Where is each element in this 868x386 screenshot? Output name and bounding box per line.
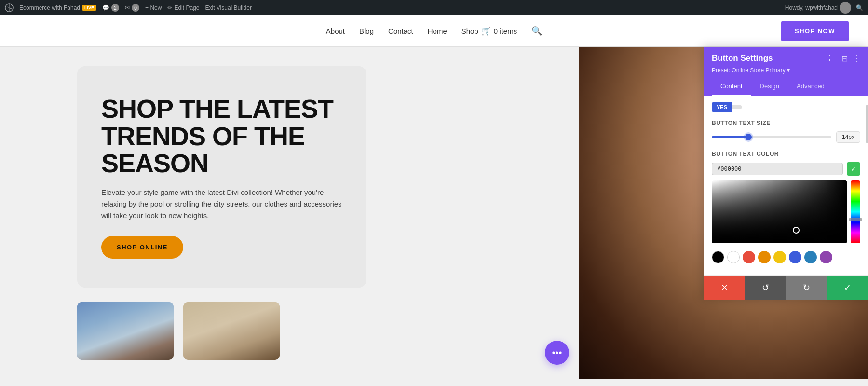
- button-text-color-label: Button Text Color: [712, 151, 860, 157]
- howdy-user[interactable]: Howdy, wpwithfahad: [785, 2, 851, 14]
- hero-subtitle: Elevate your style game with the latest …: [101, 187, 342, 221]
- wordpress-logo[interactable]: [5, 3, 14, 12]
- floating-action-button[interactable]: •••: [545, 341, 569, 365]
- hue-thumb[interactable]: [849, 218, 862, 221]
- toggle-no[interactable]: [732, 105, 742, 109]
- toggle-yes[interactable]: YES: [712, 102, 732, 112]
- live-badge: Live: [82, 5, 96, 11]
- tab-advanced[interactable]: Advanced: [788, 78, 833, 96]
- toggle-row: YES: [712, 102, 860, 112]
- panel-confirm-button[interactable]: ✓: [827, 276, 868, 300]
- panel-header: Button Settings ⛶ ⊟ ⋮ Preset: Online Sto…: [704, 47, 868, 96]
- edit-page-button[interactable]: ✏ Edit Page: [167, 4, 199, 11]
- swatch-red[interactable]: [743, 251, 755, 263]
- hero-card: SHOP THE LATEST TRENDS OF THE SEASON Ele…: [77, 66, 366, 288]
- nav-link-home[interactable]: Home: [428, 27, 447, 35]
- swatch-purple[interactable]: [820, 251, 832, 263]
- nav-search-icon[interactable]: 🔍: [531, 26, 542, 36]
- swatch-orange[interactable]: [758, 251, 771, 263]
- panel-tabs: Content Design Advanced: [712, 78, 860, 96]
- panel-more-icon[interactable]: ⋮: [853, 54, 860, 63]
- left-content: SHOP THE LATEST TRENDS OF THE SEASON Ele…: [0, 47, 579, 379]
- color-confirm-button[interactable]: ✓: [847, 162, 860, 176]
- color-swatches: [712, 251, 860, 263]
- search-button[interactable]: 🔍: [856, 4, 863, 11]
- nav-cart[interactable]: Shop 🛒 0 items: [461, 27, 517, 36]
- bottom-thumbnails: [77, 302, 366, 360]
- slider-row: 14px: [712, 131, 860, 143]
- fab-icon: •••: [552, 347, 562, 358]
- color-hex-row: ✓: [712, 162, 860, 176]
- gradient-canvas[interactable]: [712, 180, 847, 243]
- swatch-blue[interactable]: [789, 251, 801, 263]
- swatch-black[interactable]: [712, 251, 724, 263]
- nav-link-about[interactable]: About: [326, 27, 345, 35]
- swatch-light-blue[interactable]: [804, 251, 817, 263]
- shop-now-button[interactable]: SHOP NOW: [781, 21, 849, 41]
- panel-fullscreen-icon[interactable]: ⛶: [829, 54, 837, 63]
- slider-track[interactable]: [712, 136, 831, 138]
- slider-value[interactable]: 14px: [836, 131, 860, 143]
- panel-title-row: Button Settings ⛶ ⊟ ⋮: [712, 54, 860, 63]
- panel-preset[interactable]: Preset: Online Store Primary ▾: [712, 67, 860, 74]
- nav-link-contact[interactable]: Contact: [388, 27, 413, 35]
- tab-content[interactable]: Content: [712, 78, 751, 96]
- cart-icon: 🛒: [481, 27, 491, 36]
- slider-fill: [712, 136, 747, 138]
- gradient-picker-dot[interactable]: [793, 227, 800, 234]
- main-content: SHOP THE LATEST TRENDS OF THE SEASON Ele…: [0, 47, 868, 379]
- panel-cancel-button[interactable]: ✕: [704, 276, 745, 300]
- thumbnail-hat: [77, 302, 174, 360]
- panel-body: YES Button Text Size 14px Button Text Co…: [704, 96, 868, 275]
- tab-design[interactable]: Design: [751, 78, 788, 96]
- hue-slider[interactable]: [851, 180, 860, 243]
- button-text-size-label: Button Text Size: [712, 120, 860, 126]
- swatch-yellow[interactable]: [773, 251, 786, 263]
- hero-title: SHOP THE LATEST TRENDS OF THE SEASON: [101, 95, 342, 177]
- cart-count[interactable]: 0 items: [494, 27, 517, 35]
- settings-panel: Button Settings ⛶ ⊟ ⋮ Preset: Online Sto…: [704, 47, 868, 300]
- nav-bar: About Blog Contact Home Shop 🛒 0 items 🔍…: [0, 15, 868, 47]
- thumbnail-bottle: [183, 302, 280, 360]
- panel-columns-icon[interactable]: ⊟: [841, 54, 848, 63]
- shop-online-button[interactable]: SHOP ONLINE: [101, 236, 183, 259]
- nav-link-blog[interactable]: Blog: [359, 27, 374, 35]
- color-hex-input[interactable]: [712, 163, 843, 175]
- new-button[interactable]: + New: [145, 4, 162, 11]
- panel-footer: ✕ ↺ ↻ ✓: [704, 275, 868, 300]
- nav-link-shop[interactable]: Shop: [461, 27, 478, 35]
- search-icon: 🔍: [856, 4, 863, 11]
- avatar: [840, 2, 851, 14]
- messages-count[interactable]: ✉ 0: [125, 4, 139, 12]
- admin-bar: Ecommerce with Fahad Live 💬 2 ✉ 0 + New …: [0, 0, 868, 15]
- exit-visual-builder-button[interactable]: Exit Visual Builder: [205, 4, 252, 11]
- nav-links: About Blog Contact Home Shop 🛒 0 items 🔍: [326, 26, 542, 36]
- slider-thumb[interactable]: [745, 134, 752, 140]
- picker-row: [712, 180, 860, 247]
- panel-redo-button[interactable]: ↻: [786, 276, 827, 300]
- panel-undo-button[interactable]: ↺: [745, 276, 786, 300]
- swatch-white[interactable]: [727, 251, 740, 263]
- panel-header-icons: ⛶ ⊟ ⋮: [829, 54, 860, 63]
- comments-count[interactable]: 💬 2: [102, 4, 119, 12]
- panel-scrollbar[interactable]: [866, 105, 868, 143]
- panel-title: Button Settings: [712, 54, 773, 63]
- site-name[interactable]: Ecommerce with Fahad Live: [19, 4, 96, 11]
